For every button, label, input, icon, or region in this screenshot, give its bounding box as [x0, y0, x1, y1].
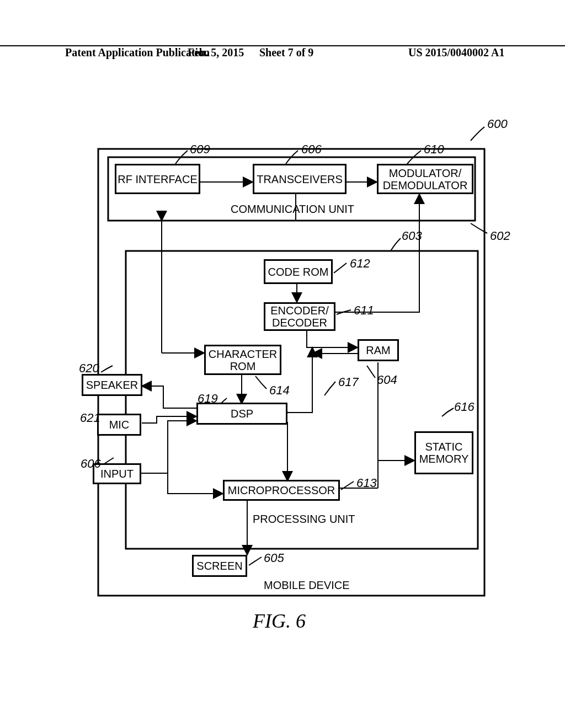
patent-number: US 2015/0040002 A1 — [408, 46, 504, 59]
char-rom-block: CHARACTER ROM — [204, 345, 281, 375]
comm-unit-label: COMMUNICATION UNIT — [231, 203, 354, 216]
rf-interface-block: RF INTERFACE — [115, 164, 200, 194]
ref-606-top: 606 — [301, 142, 322, 157]
microprocessor-block: MICROPROCESSOR — [223, 480, 340, 501]
svg-rect-0 — [98, 149, 484, 596]
ref-604: 604 — [377, 373, 397, 387]
ref-616: 616 — [454, 400, 475, 414]
ref-619: 619 — [198, 392, 218, 406]
ref-603: 603 — [402, 229, 422, 243]
transceivers-block: TRANSCEIVERS — [253, 164, 347, 194]
code-rom-block: CODE ROM — [264, 259, 333, 284]
svg-rect-2 — [126, 251, 478, 549]
ref-602: 602 — [490, 229, 510, 243]
ref-613: 613 — [356, 476, 377, 490]
ref-612: 612 — [350, 256, 370, 271]
speaker-block: SPEAKER — [82, 374, 142, 396]
ref-617: 617 — [338, 375, 359, 389]
screen-block: SCREEN — [192, 555, 247, 577]
ref-610: 610 — [424, 142, 444, 157]
mobile-device-label: MOBILE DEVICE — [264, 579, 350, 592]
modulator-block: MODULATOR/ DEMODULATOR — [377, 164, 473, 194]
ref-606-bottom: 606 — [81, 457, 101, 471]
dsp-block: DSP — [196, 403, 287, 425]
ref-609: 609 — [190, 142, 210, 157]
ref-621: 621 — [80, 411, 100, 425]
proc-unit-label: PROCESSING UNIT — [253, 513, 355, 526]
diagram: RF INTERFACE TRANSCEIVERS MODULATOR/ DEM… — [65, 94, 500, 645]
static-memory-block: STATIC MEMORY — [414, 431, 473, 474]
ref-614: 614 — [269, 383, 290, 398]
ref-611: 611 — [354, 303, 374, 318]
ref-605: 605 — [264, 551, 284, 565]
ref-600: 600 — [487, 117, 508, 131]
encoder-block: ENCODER/ DECODER — [264, 302, 335, 331]
patent-date: Feb. 5, 2015 — [188, 46, 244, 59]
ram-block: RAM — [358, 339, 399, 361]
mic-block: MIC — [97, 414, 141, 436]
ref-620: 620 — [79, 361, 99, 376]
figure-caption: FIG. 6 — [253, 609, 306, 633]
sheet-number: Sheet 7 of 9 — [259, 46, 313, 59]
